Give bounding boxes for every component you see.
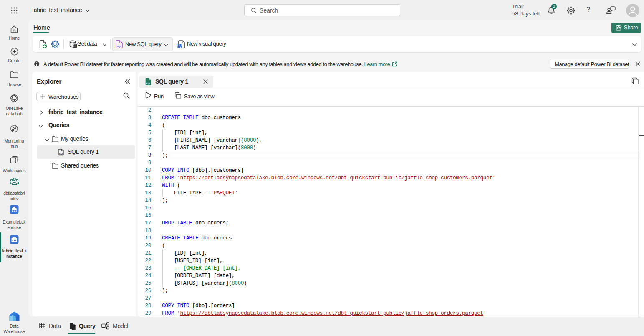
svg-text:SQL: SQL	[146, 82, 151, 85]
svg-text:SQL: SQL	[59, 153, 64, 155]
svg-text:SQL: SQL	[116, 45, 122, 48]
